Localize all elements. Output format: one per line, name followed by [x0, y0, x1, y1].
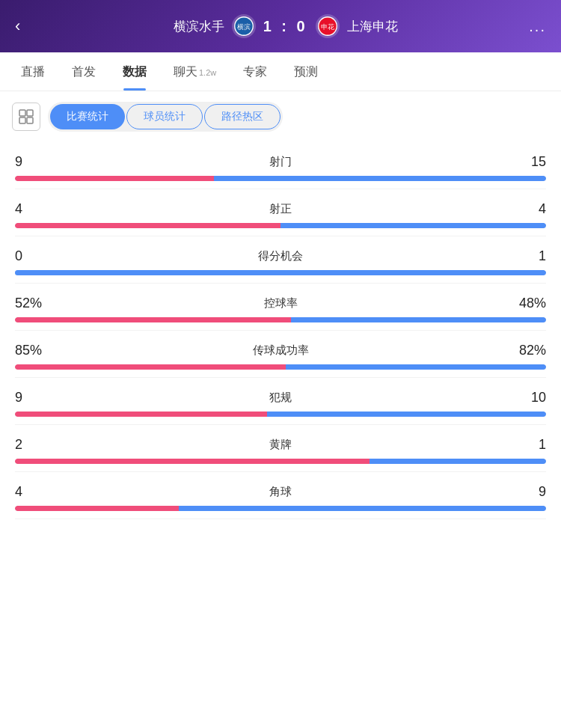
- match-info: 横滨水手 横滨 1 : 0 申花 上海申花: [174, 14, 398, 38]
- stat-left-value: 52%: [15, 296, 60, 311]
- stat-right-value: 15: [501, 154, 546, 170]
- stat-left-value: 0: [15, 248, 60, 264]
- stats-toggle-row: 比赛统计 球员统计 路径热区: [0, 91, 561, 142]
- home-team-logo: 横滨: [232, 14, 256, 38]
- tab-expert[interactable]: 专家: [230, 52, 280, 91]
- stat-label: 传球成功率: [60, 343, 501, 358]
- stat-right-value: 82%: [501, 343, 546, 358]
- tab-lineup[interactable]: 首发: [58, 52, 109, 91]
- stat-row: 2 黄牌 1: [15, 425, 546, 472]
- tab-stats[interactable]: 数据: [109, 52, 160, 91]
- stat-left-value: 9: [15, 390, 60, 406]
- bar-right-fill: [179, 506, 546, 511]
- stat-bar: [15, 412, 546, 417]
- stat-right-value: 48%: [501, 296, 546, 311]
- svg-rect-4: [19, 110, 25, 116]
- stat-label: 角球: [60, 485, 501, 499]
- match-stats-section: 9 射门 15 4 射正 4 0 得分机会 1 52% 控: [0, 142, 561, 519]
- tab-live[interactable]: 直播: [7, 52, 58, 91]
- stat-left-value: 9: [15, 154, 60, 170]
- back-button[interactable]: ‹: [15, 16, 42, 36]
- bar-right-fill: [15, 270, 546, 275]
- stat-row: 85% 传球成功率 82%: [15, 331, 546, 378]
- stat-right-value: 1: [501, 437, 546, 453]
- stat-left-value: 2: [15, 437, 60, 453]
- match-score: 1 : 0: [263, 18, 308, 35]
- bar-right-fill: [267, 412, 546, 417]
- tab-predict[interactable]: 预测: [280, 52, 331, 91]
- toggle-heatmap[interactable]: 路径热区: [204, 104, 280, 129]
- layout-icon-button[interactable]: [12, 103, 40, 131]
- svg-text:申花: 申花: [321, 23, 334, 31]
- stat-right-value: 4: [501, 201, 546, 217]
- stat-row: 4 射正 4: [15, 189, 546, 236]
- stat-bar: [15, 506, 546, 511]
- svg-text:横滨: 横滨: [237, 23, 251, 31]
- away-team-logo: 申花: [316, 14, 340, 38]
- away-team-name: 上海申花: [347, 18, 398, 35]
- stat-row: 52% 控球率 48%: [15, 284, 546, 331]
- bar-left-fill: [15, 412, 267, 417]
- bar-left-fill: [15, 364, 286, 370]
- stat-row: 4 角球 9: [15, 472, 546, 519]
- more-button[interactable]: ...: [529, 18, 546, 35]
- toggle-match-stats[interactable]: 比赛统计: [50, 104, 125, 129]
- nav-tab-bar: 直播 首发 数据 聊天1.2w 专家 预测: [0, 52, 561, 91]
- stat-left-value: 85%: [15, 343, 60, 358]
- stat-left-value: 4: [15, 201, 60, 217]
- svg-rect-5: [27, 110, 33, 116]
- stat-label: 得分机会: [60, 249, 501, 263]
- chat-badge: 1.2w: [199, 68, 216, 77]
- stat-bar: [15, 270, 546, 275]
- bar-left-fill: [15, 223, 280, 228]
- stat-bar: [15, 223, 546, 228]
- bar-right-fill: [370, 459, 546, 464]
- stat-row: 0 得分机会 1: [15, 236, 546, 284]
- stats-type-toggle: 比赛统计 球员统计 路径热区: [48, 102, 283, 132]
- stat-bar: [15, 317, 546, 322]
- toggle-player-stats[interactable]: 球员统计: [126, 104, 203, 129]
- bar-left-fill: [15, 317, 291, 322]
- stat-label: 犯规: [60, 391, 501, 405]
- stat-label: 射正: [60, 202, 501, 216]
- grid-icon: [18, 108, 34, 125]
- stat-left-value: 4: [15, 484, 60, 500]
- stat-row: 9 射门 15: [15, 142, 546, 189]
- bar-right-fill: [280, 223, 546, 228]
- stat-row: 9 犯规 10: [15, 378, 546, 425]
- stat-bar: [15, 176, 546, 181]
- stat-right-value: 10: [501, 390, 546, 406]
- stat-bar: [15, 364, 546, 370]
- bar-left-fill: [15, 506, 179, 511]
- stat-right-value: 9: [501, 484, 546, 500]
- stat-label: 射门: [60, 155, 501, 169]
- svg-rect-6: [19, 117, 25, 123]
- stat-bar: [15, 459, 546, 464]
- bar-right-fill: [286, 364, 546, 370]
- stat-label: 黄牌: [60, 438, 501, 452]
- stat-right-value: 1: [501, 248, 546, 264]
- bar-left-fill: [15, 176, 214, 181]
- svg-rect-7: [27, 117, 33, 123]
- bar-left-fill: [15, 459, 370, 464]
- stat-label: 控球率: [60, 296, 501, 311]
- tab-chat[interactable]: 聊天1.2w: [160, 52, 230, 91]
- bar-right-fill: [291, 317, 546, 322]
- match-header: ‹ 横滨水手 横滨 1 : 0 申花 上海申花 ...: [0, 0, 561, 52]
- bar-right-fill: [214, 176, 546, 181]
- home-team-name: 横滨水手: [174, 18, 224, 35]
